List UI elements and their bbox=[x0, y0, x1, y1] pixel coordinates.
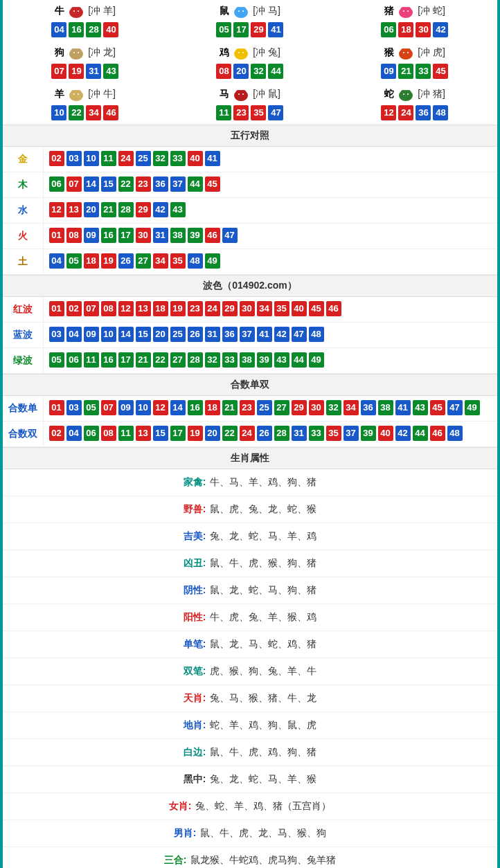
svg-point-2 bbox=[77, 7, 81, 11]
number-ball: 14 bbox=[84, 177, 99, 192]
attr-value: 虎、猴、狗、兔、羊、牛 bbox=[210, 665, 316, 676]
attr-value: 牛、虎、兔、羊、猴、鸡 bbox=[210, 611, 316, 622]
number-ball: 22 bbox=[118, 177, 134, 192]
number-ball: 18 bbox=[398, 22, 413, 37]
number-ball: 33 bbox=[309, 426, 324, 441]
number-ball: 30 bbox=[309, 400, 324, 415]
svg-point-26 bbox=[401, 48, 405, 53]
number-ball: 43 bbox=[274, 352, 289, 368]
attr-row: 双笔:虎、猴、狗、兔、羊、牛 bbox=[3, 658, 497, 685]
number-ball: 20 bbox=[153, 327, 168, 342]
attr-key: 阳性: bbox=[184, 611, 206, 622]
attr-value: 蛇、羊、鸡、狗、鼠、虎 bbox=[210, 719, 316, 730]
svg-point-3 bbox=[73, 10, 75, 12]
svg-point-22 bbox=[242, 48, 246, 53]
number-ball: 06 bbox=[381, 22, 396, 37]
attrs-list: 家禽:牛、马、羊、鸡、狗、猪野兽:鼠、虎、兔、龙、蛇、猴吉美:兔、龙、蛇、马、羊… bbox=[3, 469, 497, 868]
number-ball: 12 bbox=[153, 400, 168, 415]
number-ball: 35 bbox=[251, 105, 266, 120]
heshu-row: 合数双 020406081113151719202224262831333537… bbox=[3, 422, 497, 447]
number-ball: 10 bbox=[84, 151, 99, 166]
number-ball: 24 bbox=[398, 105, 413, 120]
number-ball: 46 bbox=[205, 228, 220, 243]
attr-row: 阳性:牛、虎、兔、羊、猴、鸡 bbox=[3, 604, 497, 631]
number-ball: 14 bbox=[170, 400, 186, 415]
number-ball: 08 bbox=[66, 228, 82, 243]
number-ball: 04 bbox=[66, 327, 82, 342]
zodiac-conflict: [冲 蛇] bbox=[418, 5, 445, 17]
number-ball: 17 bbox=[170, 426, 186, 441]
svg-point-12 bbox=[407, 7, 411, 11]
zodiac-conflict: [冲 羊] bbox=[88, 5, 116, 17]
attr-key: 家禽: bbox=[184, 476, 206, 487]
svg-point-44 bbox=[407, 93, 409, 95]
zodiac-conflict: [冲 牛] bbox=[88, 88, 116, 100]
svg-point-19 bbox=[78, 52, 79, 53]
zodiac-cell: 羊 [冲 牛] 10223446 bbox=[3, 83, 168, 125]
zodiac-cell: 猴 [冲 虎] 09213345 bbox=[332, 42, 497, 83]
number-ball: 23 bbox=[240, 400, 255, 415]
number-ball: 19 bbox=[69, 64, 84, 79]
svg-point-31 bbox=[71, 90, 75, 94]
number-ball: 18 bbox=[84, 253, 99, 269]
number-ball: 26 bbox=[188, 327, 203, 342]
number-ball: 39 bbox=[188, 228, 203, 243]
number-ball: 36 bbox=[222, 327, 238, 342]
number-ball: 20 bbox=[84, 202, 99, 217]
number-ball: 10 bbox=[51, 105, 66, 120]
svg-point-39 bbox=[242, 93, 244, 95]
number-ball: 42 bbox=[395, 426, 411, 441]
zodiac-name: 牛 bbox=[55, 5, 64, 17]
svg-point-33 bbox=[73, 93, 75, 95]
number-ball: 17 bbox=[118, 228, 134, 243]
svg-point-23 bbox=[238, 52, 240, 53]
wuxing-row: 土 04051819262734354849 bbox=[3, 249, 497, 275]
number-ball: 07 bbox=[84, 301, 99, 316]
zodiac-conflict: [冲 虎] bbox=[418, 46, 445, 59]
zodiac-balls: 05172941 bbox=[168, 22, 332, 37]
attr-key: 男肖: bbox=[174, 827, 197, 838]
number-ball: 04 bbox=[49, 253, 64, 269]
attr-row: 吉美:兔、龙、蛇、马、羊、鸡 bbox=[3, 523, 497, 550]
row-label: 合数单 bbox=[3, 396, 43, 422]
zodiac-conflict: [冲 猪] bbox=[418, 88, 445, 100]
svg-point-43 bbox=[403, 93, 404, 95]
svg-point-36 bbox=[236, 90, 240, 94]
svg-point-17 bbox=[77, 48, 81, 53]
number-ball: 14 bbox=[118, 327, 134, 342]
number-ball: 48 bbox=[433, 105, 448, 120]
zodiac-name: 羊 bbox=[55, 88, 64, 100]
svg-point-34 bbox=[78, 93, 79, 95]
svg-point-37 bbox=[242, 90, 246, 94]
svg-point-5 bbox=[234, 7, 248, 18]
number-ball: 05 bbox=[216, 22, 231, 37]
snake-icon bbox=[395, 86, 416, 102]
number-ball: 04 bbox=[51, 22, 66, 37]
svg-point-11 bbox=[401, 7, 405, 11]
attr-row: 凶丑:鼠、牛、虎、猴、狗、猪 bbox=[3, 550, 497, 577]
attr-value: 鼠龙猴、牛蛇鸡、虎马狗、兔羊猪 bbox=[190, 854, 336, 865]
number-ball: 19 bbox=[188, 426, 203, 441]
number-ball: 45 bbox=[433, 64, 448, 79]
number-ball: 02 bbox=[49, 426, 64, 441]
number-ball: 24 bbox=[205, 301, 220, 316]
number-ball: 42 bbox=[433, 22, 448, 37]
svg-point-32 bbox=[77, 90, 81, 94]
number-ball: 47 bbox=[222, 228, 238, 243]
zodiac-name: 鼠 bbox=[220, 5, 229, 17]
number-ball: 22 bbox=[153, 352, 168, 368]
number-ball: 36 bbox=[416, 105, 431, 120]
number-ball: 45 bbox=[430, 400, 445, 415]
pig-icon bbox=[395, 3, 416, 19]
svg-point-14 bbox=[407, 10, 409, 12]
number-ball: 29 bbox=[222, 301, 238, 316]
number-ball: 17 bbox=[118, 352, 134, 368]
wave-row: 绿波 05061116172122272832333839434449 bbox=[3, 348, 497, 374]
number-ball: 19 bbox=[170, 301, 186, 316]
number-ball: 06 bbox=[49, 177, 64, 192]
svg-point-29 bbox=[407, 52, 409, 53]
number-ball: 26 bbox=[118, 253, 134, 269]
number-ball: 35 bbox=[170, 253, 186, 269]
number-ball: 16 bbox=[69, 22, 84, 37]
number-ball: 32 bbox=[153, 151, 168, 166]
